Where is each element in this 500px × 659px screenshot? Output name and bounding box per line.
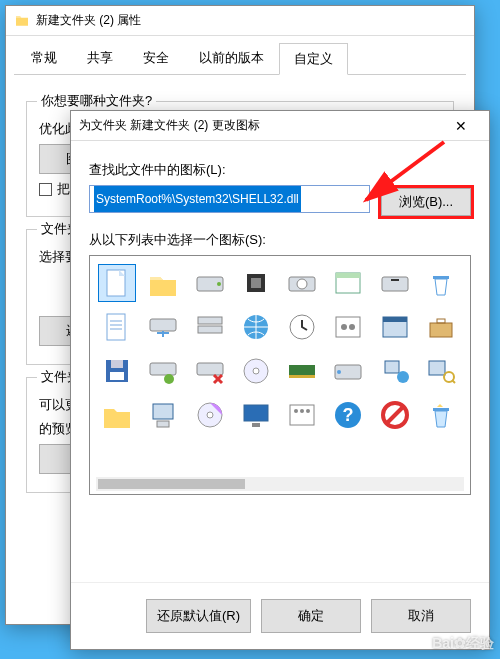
change-icon-dialog: 为文件夹 新建文件夹 (2) 更改图标 ✕ 查找此文件中的图标(L): Syst… (70, 110, 490, 650)
lookup-label: 查找此文件中的图标(L): (89, 161, 471, 179)
watermark: Bai✿经验 (432, 635, 494, 653)
icon-net-drive2[interactable] (144, 352, 182, 390)
icon-path-input[interactable]: SystemRoot%\System32\SHELL32.dll (89, 185, 370, 213)
svg-rect-24 (383, 317, 407, 322)
ok-button[interactable]: 确定 (261, 599, 361, 633)
dialog-footer: 还原默认值(R) 确定 取消 (71, 582, 489, 649)
icon-folder[interactable] (144, 264, 182, 302)
tab-security[interactable]: 安全 (128, 42, 184, 74)
icon-monitor[interactable] (237, 396, 275, 434)
svg-point-38 (337, 370, 341, 374)
icon-net-drive[interactable] (144, 308, 182, 346)
icon-exe[interactable] (376, 308, 414, 346)
icon-app-window[interactable] (329, 264, 367, 302)
apply-subfolders-checkbox[interactable] (39, 183, 52, 196)
svg-rect-44 (153, 404, 173, 419)
tab-previous[interactable]: 以前的版本 (184, 42, 279, 74)
dialog-titlebar: 为文件夹 新建文件夹 (2) 更改图标 ✕ (71, 111, 489, 141)
restore-default-button[interactable]: 还原默认值(R) (146, 599, 251, 633)
svg-rect-8 (336, 273, 360, 278)
dialog-title: 为文件夹 新建文件夹 (2) 更改图标 (79, 117, 441, 134)
svg-point-52 (300, 409, 304, 413)
icon-clock[interactable] (283, 308, 321, 346)
svg-rect-36 (289, 375, 315, 378)
svg-rect-29 (110, 372, 124, 380)
horizontal-scrollbar[interactable] (96, 477, 464, 491)
svg-point-34 (253, 368, 259, 374)
tab-bar: 常规 共享 安全 以前的版本 自定义 (6, 36, 474, 74)
svg-point-22 (349, 324, 355, 330)
svg-rect-11 (107, 314, 125, 340)
icon-drives[interactable] (191, 308, 229, 346)
svg-rect-16 (198, 317, 222, 324)
icon-cd-drive[interactable] (283, 264, 321, 302)
icon-briefcase[interactable] (422, 308, 460, 346)
icon-panel[interactable] (283, 396, 321, 434)
group-legend-1: 你想要哪种文件夹? (37, 92, 156, 110)
icon-hdd[interactable] (191, 264, 229, 302)
svg-point-21 (341, 324, 347, 330)
icon-listbox[interactable]: ? (89, 255, 471, 495)
icon-net-x[interactable] (191, 352, 229, 390)
svg-rect-4 (251, 278, 261, 288)
icon-blank-doc[interactable] (98, 264, 136, 302)
cancel-button[interactable]: 取消 (371, 599, 471, 633)
svg-rect-32 (197, 363, 223, 375)
folder-icon (14, 13, 30, 29)
svg-rect-17 (198, 326, 222, 333)
properties-title: 新建文件夹 (2) 属性 (36, 12, 466, 29)
browse-highlight: 浏览(B)... (378, 185, 474, 219)
tab-share[interactable]: 共享 (72, 42, 128, 74)
icon-net-pc[interactable] (376, 352, 414, 390)
icon-pc[interactable] (144, 396, 182, 434)
svg-point-53 (306, 409, 310, 413)
icon-recycle[interactable] (422, 264, 460, 302)
svg-rect-39 (385, 361, 399, 373)
tab-general[interactable]: 常规 (16, 42, 72, 74)
svg-rect-35 (289, 365, 315, 375)
svg-rect-49 (252, 423, 260, 427)
icon-settings[interactable] (329, 308, 367, 346)
svg-rect-15 (150, 319, 176, 331)
svg-line-43 (452, 380, 455, 383)
svg-point-47 (207, 412, 213, 418)
svg-rect-28 (111, 360, 123, 368)
icon-floppy[interactable] (98, 352, 136, 390)
icon-floppy-drive[interactable] (376, 264, 414, 302)
icon-recycle-full[interactable] (422, 396, 460, 434)
icon-hdd2[interactable] (329, 352, 367, 390)
icon-find-pc[interactable] (422, 352, 460, 390)
svg-rect-20 (336, 317, 360, 337)
svg-rect-25 (430, 323, 452, 337)
svg-point-31 (164, 374, 174, 384)
svg-rect-10 (391, 279, 399, 281)
icon-cd2[interactable] (191, 396, 229, 434)
svg-rect-30 (150, 363, 176, 375)
svg-rect-50 (290, 405, 314, 425)
icon-help[interactable]: ? (329, 396, 367, 434)
properties-titlebar: 新建文件夹 (2) 属性 (6, 6, 474, 36)
icon-list-label: 从以下列表中选择一个图标(S): (89, 231, 471, 249)
icon-ram[interactable] (283, 352, 321, 390)
icon-globe[interactable] (237, 308, 275, 346)
svg-point-40 (397, 371, 409, 383)
icon-text-doc[interactable] (98, 308, 136, 346)
icon-no[interactable] (376, 396, 414, 434)
svg-point-2 (217, 282, 221, 286)
svg-point-51 (294, 409, 298, 413)
svg-point-6 (297, 279, 307, 289)
svg-text:?: ? (343, 405, 354, 425)
svg-rect-41 (429, 361, 445, 375)
close-icon[interactable]: ✕ (441, 112, 481, 140)
svg-rect-48 (244, 405, 268, 421)
icon-folder2[interactable] (98, 396, 136, 434)
icon-cd[interactable] (237, 352, 275, 390)
tab-customize[interactable]: 自定义 (279, 43, 348, 75)
browse-button[interactable]: 浏览(B)... (381, 188, 471, 216)
icon-chip[interactable] (237, 264, 275, 302)
svg-rect-45 (157, 421, 169, 427)
svg-line-57 (387, 407, 403, 423)
svg-rect-26 (437, 319, 445, 323)
